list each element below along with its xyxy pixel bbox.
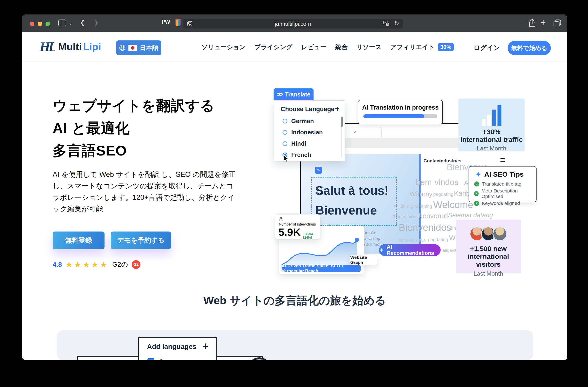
panel-scrollbar[interactable] [341, 116, 342, 158]
avatar [492, 226, 507, 241]
word-cloud-item: Welcome [433, 199, 473, 210]
translate-button[interactable]: Translate [273, 88, 314, 100]
logo-monogram: HL [40, 39, 55, 55]
main-nav: ソリューション プライシング レビュー 統合 リソース アフィリエイト 30% [201, 43, 454, 51]
browser-toolbar: ⌄ ❮ ❯ PW ja.multilipi.com A 文 ↻ [22, 15, 567, 32]
new-tab-button[interactable]: + [541, 18, 546, 28]
word-cloud-item: bem-vindos [416, 178, 459, 187]
signup-button[interactable]: 無料で始める [508, 41, 551, 55]
radio-icon[interactable] [283, 130, 287, 135]
add-languages-card: Add languages + ✓ German [138, 337, 217, 360]
free-signup-button[interactable]: 無料登録 [53, 231, 105, 249]
language-option-label: French [291, 151, 311, 159]
visitors-period: Last Month [456, 270, 521, 277]
maximize-window-button[interactable] [45, 21, 50, 26]
word-cloud-item: Bienvenidos [399, 222, 451, 233]
choose-language-panel: Choose Language + German Indonesian Hind… [274, 100, 345, 162]
browser-window: ⌄ ❮ ❯ PW ja.multilipi.com A 文 ↻ [22, 15, 567, 360]
traffic-spike-banner: AI-Driven Traffic Spike: SEO + Vernacula… [282, 265, 361, 272]
interactions-delta: ↑ 1003 [24%] [303, 232, 320, 239]
globe-icon [119, 44, 126, 51]
seo-tip-row: ✓ Meta Description Optimised [474, 188, 536, 199]
seo-tips-title: AI SEO Tips [484, 170, 524, 178]
language-option-label: Indonesian [291, 129, 323, 136]
nav-affiliate[interactable]: アフィリエイト [390, 43, 435, 51]
webpage: HL Multi Lipi 日本語 ソリューション プライシング レビュー [22, 32, 567, 360]
nav-resources[interactable]: リソース [357, 43, 382, 51]
url-text: ja.multilipi.com [183, 21, 403, 27]
add-languages-plus[interactable]: + [203, 340, 209, 352]
address-bar[interactable]: ja.multilipi.com A 文 ↻ [183, 19, 403, 28]
tab-overview-icon[interactable] [555, 20, 561, 25]
checkbox-label: German [158, 358, 185, 360]
traffic-stat-card: +30% international traffic Last Month [459, 99, 525, 151]
affiliate-badge: 30% [438, 43, 454, 51]
user-icon [279, 217, 283, 221]
add-language-plus[interactable]: + [335, 104, 339, 113]
close-window-button[interactable] [30, 21, 34, 26]
logo-text-multi: Multi [58, 41, 82, 53]
editable-text-box[interactable]: Salut à tous! Bienvenue [311, 177, 397, 226]
progress-track [363, 114, 437, 118]
pencil-extension-icon[interactable] [175, 19, 181, 26]
traffic-period: Last Month [459, 145, 525, 152]
seo-tip-label: Translated title tag [482, 181, 521, 187]
nav-pricing[interactable]: プライシング [254, 43, 293, 51]
forward-button[interactable]: ❯ [94, 19, 99, 26]
journey-panel: Add languages + ✓ German [57, 330, 533, 360]
site-logo[interactable]: HL Multi Lipi [40, 39, 101, 55]
radio-icon[interactable] [283, 141, 287, 146]
language-option-french[interactable]: French [283, 151, 311, 159]
word-cloud-item: benvenuti [419, 212, 449, 220]
website-graph-label: Website Graph [350, 255, 377, 265]
mockup-nav-contact: Contact [423, 158, 441, 163]
login-link[interactable]: ログイン [474, 43, 500, 52]
radio-icon[interactable] [283, 119, 287, 123]
mockup-heading-line2: Bienvenue [315, 201, 396, 220]
nav-solutions[interactable]: ソリューション [201, 43, 246, 51]
progress-fill [363, 114, 424, 118]
book-demo-button[interactable]: デモを予約する [111, 231, 171, 249]
edit-pencil-icon[interactable]: ✎ [315, 167, 322, 174]
language-option-german[interactable]: German [283, 118, 314, 125]
checkbox-checked-icon[interactable]: ✓ [147, 358, 154, 360]
sparkle-icon: ✦ [379, 247, 384, 254]
word-cloud-item: Witamy [410, 190, 433, 198]
hero-title-line3: 多言語SEO [53, 139, 259, 162]
hero-title-line2: AI と最適化 [53, 117, 259, 139]
playwright-extension-icon[interactable]: PW [162, 19, 170, 25]
nav-integrations[interactable]: 統合 [335, 43, 348, 51]
ai-recommendations-pill: ✦ AI Recommendations [379, 244, 441, 256]
language-selector-button[interactable]: 日本語 [116, 41, 161, 55]
word-cloud-item: Selemat datang [448, 212, 493, 219]
radio-selected-icon[interactable] [283, 153, 287, 157]
visitors-stat-card: +1,500 new international visitors Last M… [456, 220, 521, 273]
language-checkbox-row[interactable]: ✓ German [147, 358, 185, 360]
link-icon [277, 93, 283, 96]
minimize-window-button[interactable] [38, 21, 42, 26]
reload-icon[interactable]: ↻ [394, 20, 399, 27]
check-icon: ✓ [474, 201, 479, 206]
translate-page-icon[interactable]: A 文 [383, 21, 390, 27]
visitors-label: international visitors [456, 253, 521, 268]
check-icon: ✓ [474, 182, 479, 186]
site-header: HL Multi Lipi 日本語 ソリューション プライシング レビュー [22, 32, 567, 62]
language-option-hindi[interactable]: Hindi [283, 140, 306, 147]
chevron-down-icon[interactable]: ⌄ [69, 20, 73, 26]
mockup-tab-close-icon: × [354, 129, 357, 134]
language-option-indonesian[interactable]: Indonesian [283, 129, 323, 136]
nav-reviews[interactable]: レビュー [301, 43, 327, 51]
traffic-label: international traffic [459, 136, 525, 143]
visitors-value: +1,500 new [456, 245, 521, 253]
word-cloud-item: pagdating [433, 192, 453, 197]
share-icon[interactable] [529, 19, 536, 27]
sparkle-icon: ✦ [475, 170, 482, 179]
rating-label: G2の [112, 260, 128, 269]
star-icons: ★★★★★ [65, 260, 108, 269]
interactions-value: 5.9K [278, 226, 301, 238]
back-button[interactable]: ❮ [80, 19, 85, 26]
sidebar-toggle-icon[interactable] [58, 20, 66, 26]
bar-chart-icon [459, 105, 525, 126]
hamburger-menu-icon: ≡ [500, 155, 505, 165]
word-cloud-item: pagdating [428, 237, 448, 242]
